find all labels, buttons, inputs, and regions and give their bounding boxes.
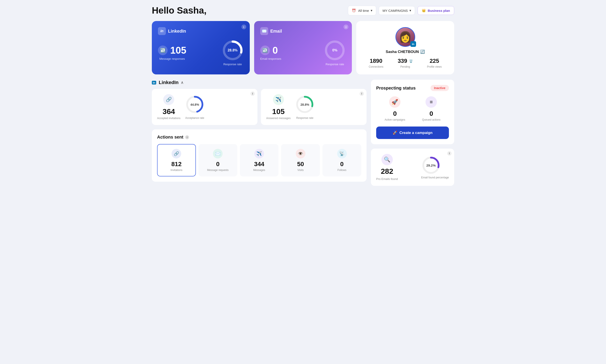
profile-name: Sasha CHETBOUN 🔄 xyxy=(386,50,425,54)
action-icon-4: 📡 xyxy=(337,149,347,158)
email-response-icon: ↩️ xyxy=(260,46,270,55)
avatar: in xyxy=(395,27,415,47)
linkedin-overview-card: i in LinkedIn ↩️ 105 Message responses xyxy=(152,21,250,74)
campaign-filter-dropdown[interactable]: MY CAMPAIGNS ▾ xyxy=(379,6,415,15)
time-filter-dropdown[interactable]: ⏰ All time ▾ xyxy=(348,6,376,15)
accepted-info-button[interactable]: i xyxy=(250,91,255,96)
linkedin-rate-label: 28.8% xyxy=(228,48,238,52)
action-value-3: 50 xyxy=(284,161,317,168)
email-rate-donut: 0% xyxy=(324,39,346,61)
email-card-info-button[interactable]: i xyxy=(344,25,348,29)
accepted-invitations-card: i 🔗 364 Accepted invitations xyxy=(152,89,257,125)
actions-info-icon[interactable]: i xyxy=(185,135,189,139)
delete-pending-icon[interactable]: 🗑️ xyxy=(409,59,413,63)
linkedin-card-title: LinkedIn xyxy=(168,29,186,34)
linkedin-rate-text: Response rate xyxy=(222,63,244,66)
rocket-icon: 🚀 xyxy=(389,96,401,108)
acceptance-rate-label: Acceptance rate xyxy=(185,117,205,119)
email-percentage-value: 29.2% xyxy=(426,164,436,167)
email-percentage-donut: 29.2% xyxy=(421,156,441,175)
linkedin-section-collapse[interactable]: ∧ xyxy=(181,80,184,85)
action-card-message-requests[interactable]: ✉️ 0 Message requests xyxy=(199,144,237,176)
action-icon-3: 👁️ xyxy=(296,149,305,158)
acceptance-rate-donut: 44.8% Acceptance rate xyxy=(185,95,205,119)
profile-card: in Sasha CHETBOUN 🔄 1890 Connections 339… xyxy=(356,21,454,74)
accepted-count: 364 xyxy=(162,107,175,116)
action-label-2: Messages xyxy=(243,169,276,172)
rocket-btn-icon: 🚀 xyxy=(393,130,397,135)
action-value-0: 812 xyxy=(160,161,193,168)
response-rate-label: Response rate xyxy=(295,117,315,119)
active-campaigns-stat: 🚀 0 Active campaigns xyxy=(385,96,405,121)
linkedin-card-info-button[interactable]: i xyxy=(242,25,246,29)
campaign-filter-label: MY CAMPAIGNS xyxy=(383,9,408,13)
accepted-label: Accepted invitations xyxy=(157,117,181,120)
page-greeting: Hello Sasha, xyxy=(152,5,207,16)
queued-actions-stat: ≡ 0 Queued actions xyxy=(422,96,440,121)
queue-icon: ≡ xyxy=(425,96,437,108)
business-plan-button[interactable]: 👑 Business plan xyxy=(417,6,454,15)
chevron-down-icon-2: ▾ xyxy=(409,9,411,13)
profile-views: 225 Profile views xyxy=(427,58,442,68)
profile-connections: 1890 Connections xyxy=(369,58,383,68)
answered-messages-card: i ✈️ 105 Answered messages xyxy=(261,89,366,125)
email-responses-label: Email responses xyxy=(260,57,281,60)
crown-icon: 👑 xyxy=(422,9,426,13)
prospecting-title: Prospecting status xyxy=(376,86,416,91)
action-label-4: Follows xyxy=(325,169,358,172)
linkedin-card-icon: in xyxy=(158,27,166,35)
actions-sent-section: Actions sent i 🔗 812 Invitations ✉️ 0 Me… xyxy=(152,129,366,182)
action-card-invitations[interactable]: 🔗 812 Invitations xyxy=(157,144,196,176)
email-card-icon: ✉️ xyxy=(260,27,268,35)
action-value-4: 0 xyxy=(325,161,358,168)
linkedin-section-title: LinkedIn xyxy=(159,80,178,85)
action-card-follows[interactable]: 📡 0 Follows xyxy=(323,144,361,176)
action-card-visits[interactable]: 👁️ 50 Visits xyxy=(281,144,320,176)
search-email-icon: 🔍 xyxy=(381,154,393,165)
email-card-title: Email xyxy=(270,29,282,34)
email-responses-count: 0 xyxy=(272,45,278,56)
business-plan-label: Business plan xyxy=(428,9,450,13)
answered-count: 105 xyxy=(272,107,285,116)
linkedin-responses-count: 105 xyxy=(170,45,186,56)
action-icon-0: 🔗 xyxy=(172,149,181,158)
queued-actions-label: Queued actions xyxy=(422,118,440,121)
active-campaigns-label: Active campaigns xyxy=(385,118,405,121)
answered-info-button[interactable]: i xyxy=(360,91,364,96)
response-rate-donut: 28.8% Response rate xyxy=(295,95,315,119)
create-campaign-button[interactable]: 🚀 Create a campaign xyxy=(376,127,449,139)
create-campaign-label: Create a campaign xyxy=(399,131,432,135)
email-percentage-label: Email found percentage xyxy=(421,176,449,179)
action-icon-2: ✈️ xyxy=(254,149,264,158)
email-stats-info-button[interactable]: i xyxy=(447,151,452,156)
email-stats-card: i 🔍 282 Pro Emails found 29.2% xyxy=(371,149,454,186)
message-icon: ✈️ xyxy=(273,94,284,105)
email-rate-text: Response rate xyxy=(324,63,346,66)
message-response-icon: ↩️ xyxy=(158,46,168,55)
linkedin-detail-section: in LinkedIn ∧ i 🔗 364 Accepted invitatio… xyxy=(152,80,366,125)
email-overview-card: i ✉️ Email ↩️ 0 Email responses xyxy=(254,21,352,74)
action-label-3: Visits xyxy=(284,169,317,172)
active-campaigns-count: 0 xyxy=(385,110,405,117)
chevron-down-icon: ▾ xyxy=(371,9,372,13)
actions-title: Actions sent xyxy=(157,135,183,140)
email-rate-label: 0% xyxy=(332,48,337,52)
answered-label: Answered messages xyxy=(266,117,291,120)
pro-emails-count: 282 xyxy=(381,167,393,176)
action-label-0: Invitations xyxy=(160,169,193,172)
link-icon: 🔗 xyxy=(163,94,174,105)
linkedin-rate-donut: 28.8% xyxy=(222,39,244,61)
action-value-2: 344 xyxy=(243,161,276,168)
action-icon-1: ✉️ xyxy=(213,149,223,158)
action-card-messages[interactable]: ✈️ 344 Messages xyxy=(240,144,279,176)
action-label-1: Message requests xyxy=(202,169,234,172)
queued-actions-count: 0 xyxy=(422,110,440,117)
pro-emails-label: Pro Emails found xyxy=(376,177,398,181)
linkedin-section-badge: in xyxy=(152,81,156,84)
status-badge: Inactive xyxy=(431,85,449,91)
refresh-icon: 🔄 xyxy=(420,50,425,54)
calendar-icon: ⏰ xyxy=(352,8,356,13)
profile-pending: 339 🗑️ Pending xyxy=(398,58,413,68)
prospecting-status-card: Prospecting status Inactive 🚀 0 Active c… xyxy=(371,80,454,144)
time-filter-label: All time xyxy=(358,9,369,13)
